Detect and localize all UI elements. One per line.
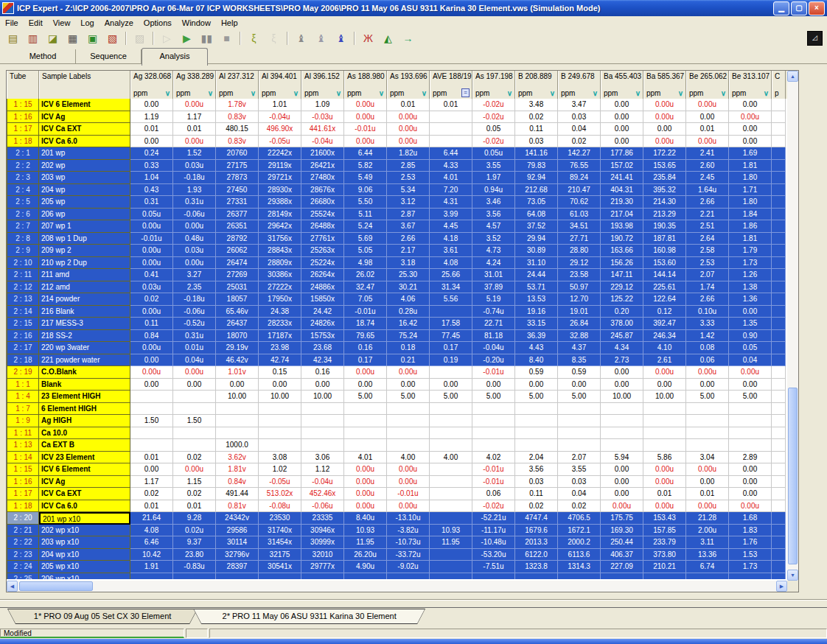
value-cell[interactable]: 12.70 [558,293,601,306]
value-cell[interactable]: 214.30 [643,196,686,209]
sample-label-cell[interactable]: 221 powder water [39,354,130,367]
value-cell[interactable]: 3.56 [515,463,558,476]
tube-cell[interactable]: 2 : 15 [7,318,39,330]
value-cell[interactable]: 27.71 [558,233,601,245]
value-cell[interactable]: 6.46 [130,536,173,549]
autorun-button[interactable]: → [399,29,417,46]
value-cell[interactable] [430,573,472,579]
value-cell[interactable]: 24.44 [515,269,558,281]
value-cell[interactable]: 28676x [301,184,344,197]
value-cell[interactable]: 0.03 [515,476,558,489]
value-cell[interactable]: 0.00u [173,257,216,270]
value-cell[interactable]: 7.20 [430,184,472,197]
value-cell[interactable]: 0.00u [387,463,430,476]
value-cell[interactable]: 30999x [301,536,344,549]
value-cell[interactable]: 79.65 [344,330,387,343]
value-cell[interactable]: 26264x [301,269,344,281]
value-cell[interactable]: 5.00 [472,391,515,403]
value-cell[interactable]: 0.03 [515,136,558,148]
value-cell[interactable]: 27450 [216,184,259,197]
worksheet-tab-2[interactable]: 2* PRO 11 May 06 ASU 9311 Karina 30 Elem… [193,609,425,624]
value-cell[interactable]: 0.03 [558,111,601,124]
value-cell-partial[interactable] [772,220,786,233]
value-cell[interactable]: 1.15 [173,476,216,489]
value-cell[interactable] [344,573,387,579]
value-cell[interactable] [430,111,472,124]
value-cell-partial[interactable] [772,415,786,427]
value-cell[interactable]: 0.16 [301,366,344,379]
value-cell[interactable]: 50.97 [558,281,601,294]
value-cell[interactable] [601,573,643,579]
value-cell[interactable]: 27480x [301,172,344,184]
value-cell[interactable]: 1.86 [729,220,772,233]
tube-cell[interactable]: 1 : 17 [7,488,39,500]
value-cell[interactable]: 122.64 [643,293,686,306]
value-cell[interactable]: 0.84v [216,476,259,489]
value-cell[interactable]: 0.00 [729,99,772,111]
value-cell[interactable]: 0.31 [130,196,173,209]
value-cell[interactable]: 0.20 [601,306,643,318]
value-cell[interactable]: 3.55 [472,160,515,172]
tube-cell[interactable]: 2 : 4 [7,184,39,197]
value-cell[interactable]: 89.24 [558,172,601,184]
step-run-button[interactable]: ▷ [158,29,176,46]
value-cell[interactable]: 4.02 [472,452,515,464]
value-cell[interactable]: 31454x [259,536,301,549]
value-cell[interactable]: 7.05 [344,293,387,306]
value-cell[interactable]: 441.61x [301,123,344,136]
sample-label-cell[interactable]: ICV Ca EXT [39,123,130,136]
value-cell-partial[interactable] [772,561,786,573]
value-cell[interactable]: 18057 [216,293,259,306]
value-cell[interactable] [729,427,772,440]
value-cell[interactable]: 1.69 [729,147,772,160]
value-cell[interactable]: 26377 [216,209,259,221]
value-cell[interactable]: 0.01 [686,488,729,500]
value-cell[interactable]: 0.00 [686,379,729,391]
value-cell[interactable] [686,427,729,440]
value-cell[interactable] [643,573,686,579]
sample-label-cell[interactable]: ICV Ca 6.0 [39,136,130,148]
tube-cell[interactable]: 2 : 17 [7,342,39,354]
value-cell[interactable]: 0.01 [130,452,173,464]
value-cell[interactable]: 0.00u [344,476,387,489]
value-cell[interactable]: 0.00 [729,488,772,500]
value-cell[interactable] [515,403,558,416]
value-cell[interactable]: 3.04 [686,452,729,464]
value-cell[interactable]: 4.08 [130,525,173,537]
value-cell[interactable]: 26421x [301,160,344,172]
export-button[interactable]: ▧ [103,29,122,46]
value-cell[interactable]: 75.24 [387,330,430,343]
value-cell[interactable]: 0.00u [130,366,173,379]
tube-cell[interactable]: 1 : 16 [7,111,39,124]
value-cell[interactable]: 1.52 [173,147,216,160]
value-cell[interactable]: 406.37 [601,549,643,561]
value-cell[interactable] [558,427,601,440]
menu-view[interactable]: View [48,18,76,28]
value-cell[interactable]: 0.01u [173,342,216,354]
value-cell[interactable]: 1.80 [729,196,772,209]
plasma-on-button[interactable]: ξ [245,29,263,46]
value-cell[interactable]: 26062 [216,245,259,257]
sample-label-cell[interactable]: 201 wp [39,147,130,160]
torch-align-button[interactable]: ♝ [292,29,310,46]
value-cell-partial[interactable] [772,293,786,306]
value-cell-partial[interactable] [772,123,786,136]
value-cell[interactable]: 34.51 [558,220,601,233]
column-header-be-313-107[interactable]: Be 313.107ppm∨ [729,71,772,99]
value-cell[interactable]: 4.08 [430,257,472,270]
value-cell[interactable]: 5.00 [344,391,387,403]
value-cell-partial[interactable] [772,136,786,148]
tube-cell[interactable]: 2 : 21 [7,525,39,537]
value-cell[interactable]: 4.01 [430,172,472,184]
column-header-b-249-678[interactable]: B 249.678ppm∨ [558,71,601,99]
value-cell[interactable]: 6.44 [344,147,387,160]
value-cell[interactable]: -0.04u [259,111,301,124]
value-cell[interactable]: 0.00u [686,366,729,379]
value-cell[interactable]: 0.00u [643,99,686,111]
value-cell[interactable] [301,403,344,416]
value-cell[interactable]: 2.53 [686,257,729,270]
value-cell[interactable]: 0.21 [387,354,430,367]
value-cell[interactable]: 1.04 [130,172,173,184]
sample-label-cell[interactable]: ICV Ca 6.0 [39,500,130,513]
value-cell[interactable]: 0.00u [344,488,387,500]
